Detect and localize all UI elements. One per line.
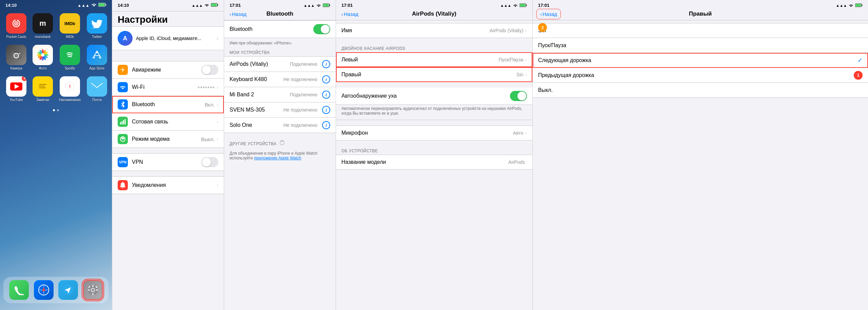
bluetooth-toggle-label: Bluetooth <box>230 26 253 32</box>
airpods-back-button[interactable]: ‹ Назад <box>341 11 358 17</box>
svg-rect-38 <box>91 82 103 91</box>
airplane-toggle[interactable] <box>201 65 218 75</box>
settings-vpn[interactable]: VPN VPN <box>112 153 224 171</box>
svg-rect-33 <box>39 86 45 86</box>
option-playpause[interactable]: Пуск/Пауза <box>533 38 868 53</box>
status-time-home: 14:10 <box>5 3 17 8</box>
svg-rect-54 <box>217 4 218 6</box>
app-notes[interactable]: Заметки <box>33 76 53 102</box>
airpods-left-value: Пуск/Пауза <box>499 57 524 62</box>
app-pocket-casts[interactable]: Pocket Casts <box>6 13 26 39</box>
right-nav-bar: 17:01 ▲▲▲ ‹ Назад Правый <box>533 0 868 20</box>
device-airpods[interactable]: AirPods (Vitaliy) Подключено i <box>224 56 336 72</box>
solo-label: Solo One <box>230 122 283 128</box>
option-siri[interactable]: Siri <box>533 23 868 38</box>
dock-settings[interactable] <box>83 280 103 300</box>
svg-rect-69 <box>862 4 862 6</box>
settings-bluetooth-label: Bluetooth <box>132 101 205 108</box>
settings-cellular[interactable]: Сотовая связь › <box>112 113 224 131</box>
option-next[interactable]: Следующая дорожка ✓ <box>533 53 868 68</box>
settings-wifi-value: ●●●●●●● <box>198 85 215 90</box>
airpods-name-chevron: › <box>525 28 527 33</box>
app-photos[interactable]: Фото <box>33 45 53 70</box>
airpods-page-title: AirPods (Vitaliy) <box>412 11 456 17</box>
device-miband[interactable]: Mi Band 2 Подключено i <box>224 87 336 102</box>
miband-info-btn[interactable]: i <box>322 91 330 99</box>
airpods-left-row[interactable]: Левый Пуск/Пауза › <box>336 52 532 67</box>
mic-value: Авто <box>513 130 524 136</box>
bt-battery-icon <box>323 3 330 7</box>
app-mail[interactable]: Почта <box>87 76 107 102</box>
right-back-button[interactable]: ‹ Назад <box>538 11 559 18</box>
prev-option-label: Предыдущая дорожка <box>538 72 863 78</box>
app-camera[interactable]: Камера <box>6 45 26 70</box>
option-prev[interactable]: Предыдущая дорожка 1 <box>533 68 868 83</box>
left-chevron: › <box>525 57 527 62</box>
youtube-badge: 4 <box>22 76 26 81</box>
app-appstore[interactable]: App Store <box>87 45 107 70</box>
device-info-header: ОБ УСТРОЙСТВЕ <box>336 146 532 155</box>
airpods-right-row[interactable]: Правый Siri › <box>336 67 532 82</box>
solo-info-btn[interactable]: i <box>322 121 330 129</box>
auto-ear-toggle[interactable] <box>510 91 527 101</box>
app-label-appstore: App Store <box>90 66 104 70</box>
dock-safari[interactable] <box>34 280 54 300</box>
apple-id-row[interactable]: А Apple ID, iCloud, медиамате... › <box>112 26 224 50</box>
airpods-info-btn[interactable]: i <box>322 60 330 68</box>
modem-icon <box>118 134 128 144</box>
device-sven[interactable]: SVEN MS-305 Не подключено i <box>224 102 336 118</box>
bluetooth-back-button[interactable]: ‹ Назад <box>230 11 246 17</box>
settings-airplane[interactable]: ✈ Авиарежим <box>112 61 224 79</box>
vpn-toggle[interactable] <box>201 157 218 167</box>
bluetooth-icon <box>118 99 128 110</box>
airpods-name-row[interactable]: Имя AirPods (Vitaliy) › <box>336 23 532 38</box>
settings-modem[interactable]: Режим модема Выкл. › <box>112 131 224 148</box>
bluetooth-page-title: Bluetooth <box>267 11 293 17</box>
settings-wifi-icon <box>204 3 209 7</box>
bluetooth-discovery-note: Имя при обнаружении: «iPhone». <box>224 39 336 48</box>
settings-status-bar: 14:10 ▲▲▲ <box>118 3 218 8</box>
right-status-time: 17:01 <box>538 3 549 8</box>
mic-row[interactable]: Микрофон Авто › <box>336 125 532 140</box>
airpods-right-label: Правый <box>341 72 516 78</box>
app-reminders[interactable]: ! Напоминания <box>59 76 81 102</box>
settings-bluetooth[interactable]: Bluetooth Вкл. › <box>112 96 224 113</box>
svg-rect-63 <box>329 4 330 6</box>
app-label-youtube: YouTube <box>9 98 23 102</box>
settings-battery-icon <box>211 3 218 7</box>
dock-telegram[interactable] <box>58 280 78 300</box>
dock-phone[interactable] <box>9 280 29 300</box>
status-bar-home: 14:10 ▲▲▲ <box>0 0 112 9</box>
bluetooth-nav-bar: 17:01 ▲▲▲ ‹ Назад Bluetooth <box>224 0 336 20</box>
app-monobank[interactable]: m monobank <box>33 13 53 39</box>
model-name-row: Название модели AirPods <box>336 155 532 170</box>
apple-watch-link[interactable]: приложение Apple Watch <box>254 156 301 160</box>
app-twitter[interactable]: Twitter <box>87 13 107 39</box>
app-imdb[interactable]: IMDb IMDb <box>59 13 81 39</box>
bluetooth-chevron: › <box>217 102 218 107</box>
app-youtube[interactable]: 4 YouTube <box>6 76 26 102</box>
bluetooth-toggle[interactable] <box>313 24 330 34</box>
option-off[interactable]: Выкл. <box>533 83 868 98</box>
sven-status: Не подключено <box>283 107 317 113</box>
model-label: Название модели <box>341 159 508 165</box>
keyboard-info-btn[interactable]: i <box>322 75 330 83</box>
settings-notifications[interactable]: Уведомления › <box>112 176 224 194</box>
right-title-row: ‹ Назад Правый <box>538 8 863 20</box>
other-devices-header: ДРУГИЕ УСТРОЙСТВА <box>224 138 336 148</box>
svg-rect-70 <box>855 4 861 6</box>
wifi-settings-icon <box>118 82 128 92</box>
app-label-reminders: Напоминания <box>59 98 81 102</box>
svg-point-6 <box>16 23 17 24</box>
airpods-label: AirPods (Vitaliy) <box>230 61 290 67</box>
vpn-icon: VPN <box>118 157 128 167</box>
other-spinner <box>280 140 284 145</box>
app-label-camera: Камера <box>11 66 22 70</box>
svg-rect-48 <box>92 293 93 295</box>
device-keyboard[interactable]: Keyboard K480 Не подключено i <box>224 72 336 87</box>
device-solo[interactable]: Solo One Не подключено i <box>224 118 336 133</box>
sven-info-btn[interactable]: i <box>322 106 330 114</box>
settings-wifi[interactable]: Wi-Fi ●●●●●●● › <box>112 79 224 96</box>
app-spotify[interactable]: Spotify <box>59 45 81 70</box>
next-option-label: Следующая дорожка <box>538 57 855 63</box>
